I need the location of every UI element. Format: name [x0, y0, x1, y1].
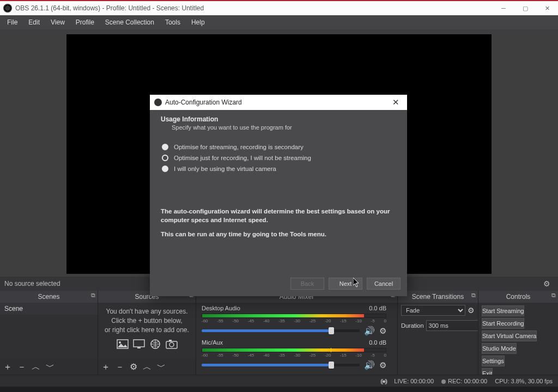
- track-name: Desktop Audio: [202, 305, 240, 311]
- window-title: OBS 26.1.1 (64-bit, windows) - Profile: …: [15, 4, 204, 12]
- source-add-button[interactable]: ＋: [101, 363, 110, 371]
- svg-point-6: [169, 342, 174, 347]
- track-settings-icon[interactable]: ⚙: [379, 360, 386, 370]
- menu-file[interactable]: File: [2, 16, 23, 28]
- option-virtual-camera[interactable]: I will only be using the virtual camera: [162, 166, 395, 172]
- settings-button[interactable]: Settings: [482, 356, 505, 366]
- window-titlebar: OBS 26.1.1 (64-bit, windows) - Profile: …: [0, 0, 558, 15]
- track-meter: [202, 348, 386, 352]
- dialog-subheader: Specify what you want to use the program…: [172, 124, 396, 131]
- dialog-titlebar[interactable]: Auto-Configuration Wizard ✕: [150, 95, 407, 110]
- transitions-title: Scene Transitions: [412, 293, 464, 301]
- svg-point-1: [119, 341, 121, 344]
- audio-mixer-panel: Audio Mixer ⧉ Desktop Audio 0.0 dB -60-5…: [196, 291, 398, 375]
- scene-move-up-button[interactable]: ︿: [32, 363, 40, 371]
- docks: Scenes ⧉ Scene ＋ － ︿ ﹀ Sources ⧉ You don…: [0, 291, 558, 375]
- scene-move-down-button[interactable]: ﹀: [46, 363, 54, 371]
- camera-source-icon: [165, 339, 178, 350]
- menu-tools[interactable]: Tools: [160, 16, 186, 28]
- sources-panel: Sources ⧉ You don't have any sources. Cl…: [98, 291, 196, 375]
- volume-slider[interactable]: [202, 364, 360, 366]
- dialog-body: Usage Information Specify what you want …: [150, 110, 407, 275]
- scenes-list[interactable]: Scene: [0, 303, 98, 359]
- no-source-label: No source selected: [4, 280, 60, 287]
- volume-slider[interactable]: [202, 329, 360, 332]
- radio-icon: [162, 155, 168, 161]
- dialog-description-2: This can be run at any time by going to …: [161, 231, 396, 237]
- browser-source-icon: [149, 339, 162, 350]
- sources-empty-line1: You don't have any sources.: [105, 307, 189, 316]
- start-streaming-button[interactable]: Start Streaming: [482, 305, 524, 316]
- svg-rect-2: [134, 340, 144, 347]
- transitions-panel: Scene Transitions ⧉ Fade ⚙ Duration ▲▼: [398, 291, 478, 375]
- controls-popout-icon[interactable]: ⧉: [551, 292, 556, 299]
- transition-settings-icon[interactable]: ⚙: [468, 306, 475, 315]
- transitions-popout-icon[interactable]: ⧉: [471, 292, 476, 299]
- scene-add-button[interactable]: ＋: [3, 363, 12, 371]
- dialog-header: Usage Information: [161, 115, 396, 123]
- image-source-icon: [116, 339, 129, 350]
- sources-toolbar: ＋ － ⚙ ︿ ﹀: [98, 359, 196, 375]
- source-move-down-button[interactable]: ﹀: [157, 363, 166, 371]
- next-button[interactable]: Next: [329, 278, 362, 290]
- controls-panel: Controls ⧉ Start Streaming Start Recordi…: [478, 291, 558, 375]
- track-db: 0.0 dB: [369, 305, 386, 311]
- sources-empty-line2: Click the + button below,: [105, 316, 189, 326]
- cancel-button[interactable]: Cancel: [367, 278, 401, 290]
- menu-bar: File Edit View Profile Scene Collection …: [0, 15, 558, 29]
- dialog-description-1: The auto-configuration wizard will deter…: [161, 207, 396, 224]
- sources-list[interactable]: You don't have any sources. Click the + …: [98, 303, 196, 359]
- dialog-close-button[interactable]: ✕: [389, 97, 403, 107]
- menu-help[interactable]: Help: [186, 16, 210, 28]
- duration-label: Duration: [401, 322, 424, 329]
- scenes-toolbar: ＋ － ︿ ﹀: [0, 359, 98, 375]
- status-bar: ((●)) LIVE: 00:00:00 REC: 00:00:00 CPU: …: [0, 375, 558, 387]
- meter-scale: -60-55-50-45-40-35-30-25-20-15-10-50: [202, 353, 386, 358]
- scene-item[interactable]: Scene: [0, 303, 98, 315]
- source-remove-button[interactable]: －: [116, 363, 124, 371]
- stream-indicator-icon: ((●)): [380, 378, 386, 384]
- sources-empty-line3: or right click here to add one.: [105, 326, 189, 335]
- mute-toggle-icon[interactable]: 🔊: [364, 326, 375, 336]
- preview-settings-gear-icon[interactable]: ⚙: [540, 278, 554, 289]
- controls-body: Start Streaming Start Recording Start Vi…: [478, 303, 558, 375]
- menu-edit[interactable]: Edit: [23, 16, 45, 28]
- svg-rect-3: [137, 347, 141, 348]
- source-properties-button[interactable]: ⚙: [130, 363, 137, 371]
- menu-view[interactable]: View: [45, 16, 70, 28]
- start-virtual-camera-button[interactable]: Start Virtual Camera: [482, 330, 537, 341]
- scene-remove-button[interactable]: －: [17, 363, 26, 371]
- rec-label: REC: 00:00:00: [448, 378, 487, 384]
- track-name: Mic/Aux: [202, 339, 223, 346]
- option-recording[interactable]: Optimise just for recording, I will not …: [162, 155, 395, 161]
- mute-toggle-icon[interactable]: 🔊: [364, 360, 375, 370]
- mixer-body: Desktop Audio 0.0 dB -60-55-50-45-40-35-…: [196, 303, 397, 375]
- scenes-popout-icon[interactable]: ⧉: [91, 292, 95, 299]
- menu-profile[interactable]: Profile: [70, 16, 100, 28]
- scenes-header: Scenes ⧉: [0, 291, 98, 303]
- menu-scene-collection[interactable]: Scene Collection: [100, 16, 160, 28]
- back-button[interactable]: Back: [290, 278, 324, 290]
- controls-header: Controls ⧉: [478, 291, 558, 303]
- option-label: I will only be using the virtual camera: [174, 166, 276, 172]
- track-meter: [202, 314, 386, 318]
- scenes-panel: Scenes ⧉ Scene ＋ － ︿ ﹀: [0, 291, 98, 375]
- duration-input[interactable]: [426, 320, 478, 331]
- option-streaming[interactable]: Optimise for streaming, recording is sec…: [162, 144, 395, 150]
- cpu-label: CPU: 3.8%, 30.00 fps: [495, 378, 553, 384]
- start-recording-button[interactable]: Start Recording: [482, 318, 524, 329]
- exit-button[interactable]: Exit: [482, 368, 493, 375]
- option-label: Optimise for streaming, recording is sec…: [174, 144, 304, 150]
- window-close-button[interactable]: ✕: [536, 1, 558, 15]
- meter-scale: -60-55-50-45-40-35-30-25-20-15-10-50: [202, 318, 386, 323]
- source-move-up-button[interactable]: ︿: [143, 363, 151, 371]
- track-settings-icon[interactable]: ⚙: [379, 326, 386, 336]
- dialog-title: Auto-Configuration Wizard: [165, 99, 242, 106]
- live-label: LIVE: 00:00:00: [394, 378, 434, 384]
- transition-select[interactable]: Fade: [401, 305, 465, 316]
- window-minimize-button[interactable]: ─: [493, 1, 514, 15]
- window-maximize-button[interactable]: ▢: [514, 1, 536, 15]
- dialog-logo-icon: [154, 99, 162, 106]
- scenes-title: Scenes: [38, 293, 59, 301]
- studio-mode-button[interactable]: Studio Mode: [482, 343, 517, 354]
